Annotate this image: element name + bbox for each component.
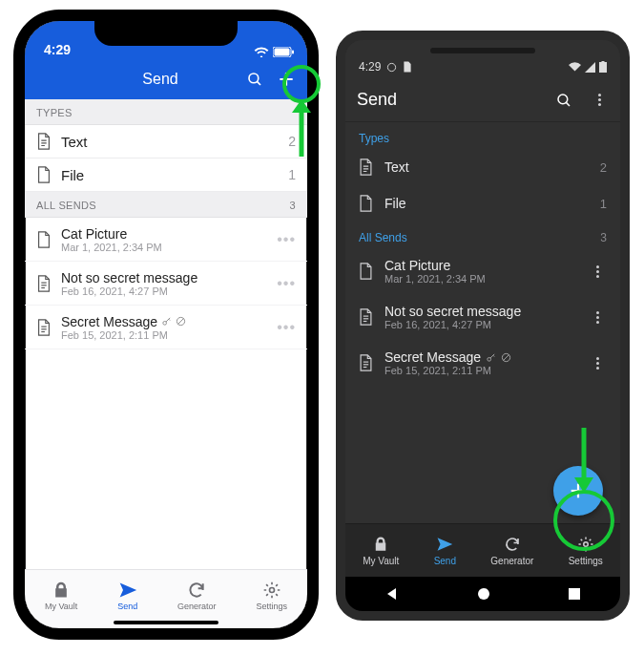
section-header-types: TYPES [25,99,307,125]
send-row[interactable]: Not so secret message Feb 16, 2021, 4:27… [25,262,307,306]
tab-label: My Vault [363,556,399,566]
disabled-icon [176,316,186,327]
send-name: Secret Message [384,349,576,365]
type-label: Text [61,134,279,150]
more-button[interactable]: ••• [277,231,296,248]
text-file-icon [359,158,373,176]
text-file-icon [359,308,373,326]
svg-rect-24 [602,61,605,63]
refresh-icon [504,536,521,553]
more-button[interactable] [588,311,607,324]
tab-settings[interactable]: Settings [569,536,603,566]
type-count: 2 [600,160,607,175]
wifi-icon [569,62,581,73]
file-icon [36,166,52,183]
android-status-bar: 4:29 [345,40,620,78]
send-texts: Secret Message Feb 15, 2021, 2:11 PM [61,314,267,341]
key-icon [161,316,172,327]
gear-icon [262,581,281,600]
key-icon [486,352,496,363]
lock-icon [52,581,71,600]
tab-label: Send [434,556,456,566]
overflow-menu-button[interactable] [590,94,609,106]
dnd-icon [386,62,397,73]
svg-line-18 [177,318,183,324]
svg-point-41 [583,541,588,546]
search-icon [555,92,572,109]
add-button[interactable] [277,70,296,89]
send-name: Cat Picture [61,226,267,242]
type-count: 1 [288,167,296,182]
type-row-text[interactable]: Text 2 [25,125,307,158]
send-date: Mar 1, 2021, 2:34 PM [61,242,267,253]
svg-point-25 [558,95,568,104]
plus-icon [568,480,589,501]
section-label: Types [359,132,389,145]
svg-rect-23 [599,62,607,73]
send-row[interactable]: Secret Message Feb 15, 2021, 2:11 PM [345,340,620,386]
android-status-time: 4:29 [359,60,381,74]
type-row-text[interactable]: Text 2 [345,149,620,185]
add-fab[interactable] [553,466,603,516]
ios-status-time: 4:29 [44,42,71,57]
type-label: Text [384,159,589,175]
tab-label: Settings [569,556,603,566]
more-button[interactable] [588,265,607,278]
svg-point-3 [249,74,259,83]
file-icon [359,195,373,212]
paper-plane-icon [118,581,137,600]
send-row[interactable]: Cat Picture Mar 1, 2021, 2:34 PM ••• [25,218,307,262]
home-indicator [114,621,218,624]
more-button[interactable] [588,357,607,370]
svg-point-22 [388,63,396,71]
tab-my-vault[interactable]: My Vault [363,536,399,566]
send-texts: Not so secret message Feb 16, 2021, 4:27… [61,270,267,297]
section-header-all-sends: All Sends 3 [345,222,620,248]
more-button[interactable]: ••• [277,275,296,292]
search-button[interactable] [246,71,263,88]
tab-settings[interactable]: Settings [257,581,288,611]
nav-back-icon[interactable] [384,586,400,602]
text-file-icon [36,319,52,336]
text-file-icon [36,275,52,292]
section-count: 3 [290,200,296,211]
file-icon [359,263,373,280]
svg-point-36 [488,357,491,361]
tab-generator[interactable]: Generator [177,581,217,611]
nav-recent-icon[interactable] [568,587,581,601]
type-row-file[interactable]: File 1 [25,158,307,192]
type-count: 2 [288,134,296,149]
text-file-icon [359,354,373,371]
type-row-file[interactable]: File 1 [345,185,620,222]
tab-send[interactable]: Send [434,536,456,566]
svg-rect-43 [569,588,580,600]
more-button[interactable]: ••• [277,319,296,336]
signal-icon [585,62,595,73]
notification-icon [403,61,412,73]
send-date: Feb 16, 2021, 4:27 PM [384,319,576,330]
send-name: Not so secret message [384,304,576,319]
file-icon [36,231,52,248]
section-label: ALL SENDS [36,200,96,211]
nav-home-icon[interactable] [477,587,490,601]
tab-my-vault[interactable]: My Vault [45,581,77,611]
send-name: Not so secret message [61,270,267,285]
search-button[interactable] [555,92,572,109]
send-row[interactable]: Not so secret message Feb 16, 2021, 4:27… [345,294,620,340]
tab-generator[interactable]: Generator [490,536,533,566]
send-row[interactable]: Secret Message Feb 15, 2021, 2:11 PM ••• [25,306,307,349]
tab-send[interactable]: Send [117,581,137,611]
type-count: 1 [600,197,607,211]
svg-rect-1 [275,48,290,55]
android-nav-bar [345,577,620,611]
tab-label: Generator [177,602,217,611]
send-date: Feb 16, 2021, 4:27 PM [61,285,267,297]
send-row[interactable]: Cat Picture Mar 1, 2021, 2:34 PM [345,248,620,294]
section-header-all-sends: ALL SENDS 3 [25,192,307,218]
type-label: File [61,167,279,183]
send-texts: Cat Picture Mar 1, 2021, 2:34 PM [61,226,267,253]
battery-icon [273,47,294,57]
ios-header: Send [25,59,307,99]
svg-line-26 [566,102,570,106]
svg-line-38 [503,354,509,360]
